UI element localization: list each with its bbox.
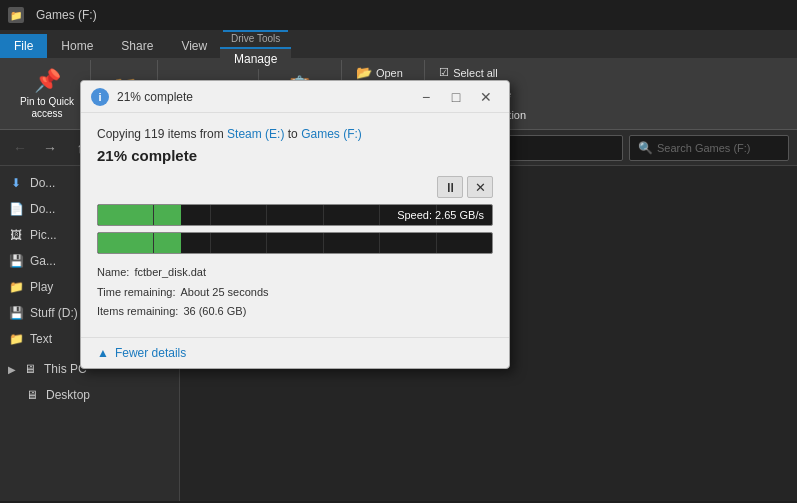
pin-group: 📌 Pin to Quick access [4, 60, 91, 127]
play-icon: 📁 [8, 279, 24, 295]
text-label: Text [30, 332, 52, 346]
dialog-close-button[interactable]: ✕ [473, 86, 499, 108]
desktop-label: Desktop [46, 388, 90, 402]
tab-home[interactable]: Home [47, 34, 107, 58]
tab-share[interactable]: Share [107, 34, 167, 58]
progress-dialog: i 21% complete − □ ✕ Copying 119 items f… [80, 80, 510, 369]
time-label: Time remaining: [97, 286, 175, 298]
progress-title: 21% complete [97, 147, 493, 164]
progress-bar-1-container: Speed: 2.65 GB/s [97, 204, 493, 226]
pictures-icon: 🖼 [8, 227, 24, 243]
dialog-status-line: Copying 119 items from Steam (E:) to Gam… [97, 127, 493, 141]
pause-bar: ⏸ ✕ [97, 176, 493, 198]
items-line: Items remaining: 36 (60.6 GB) [97, 303, 493, 321]
app-icon: 📁 [8, 7, 24, 23]
dest-link: Games (F:) [301, 127, 362, 141]
items-label: Items remaining: [97, 305, 178, 317]
dialog-title-icon: i [91, 88, 109, 106]
desktop-icon: 🖥 [24, 387, 40, 403]
to-label: to [288, 127, 298, 141]
name-label: Name: [97, 266, 129, 278]
downloads-icon: ⬇ [8, 175, 24, 191]
name-value: fctber_disk.dat [134, 266, 206, 278]
back-button[interactable]: ← [8, 136, 32, 160]
dialog-info: Name: fctber_disk.dat Time remaining: Ab… [97, 264, 493, 321]
context-tab-label: Drive Tools [223, 30, 288, 45]
dialog-controls: − □ ✕ [413, 86, 499, 108]
fewer-details-button[interactable]: ▲ Fewer details [81, 337, 509, 368]
text-folder-icon: 📁 [8, 331, 24, 347]
open-label: Open [376, 67, 403, 79]
games-drive-label: Ga... [30, 254, 56, 268]
documents-label: Do... [30, 202, 55, 216]
items-value: 36 (60.6 GB) [183, 305, 246, 317]
search-icon: 🔍 [638, 141, 653, 155]
speed-label: Speed: 2.65 GB/s [397, 209, 484, 221]
pause-button[interactable]: ⏸ [437, 176, 463, 198]
title-bar-icons: 📁 [8, 7, 24, 23]
dialog-title-bar: i 21% complete − □ ✕ [81, 81, 509, 113]
window-title: Games (F:) [36, 8, 97, 22]
pictures-label: Pic... [30, 228, 57, 242]
sidebar-item-desktop[interactable]: 🖥 Desktop [0, 382, 179, 408]
play-label: Play [30, 280, 53, 294]
downloads-label: Do... [30, 176, 55, 190]
forward-button[interactable]: → [38, 136, 62, 160]
from-link: Steam (E:) [227, 127, 288, 141]
time-value: About 25 seconds [181, 286, 269, 298]
dialog-maximize-button[interactable]: □ [443, 86, 469, 108]
name-line: Name: fctber_disk.dat [97, 264, 493, 282]
dialog-body: Copying 119 items from Steam (E:) to Gam… [81, 113, 509, 337]
search-placeholder: Search Games (F:) [657, 142, 751, 154]
stop-button[interactable]: ✕ [467, 176, 493, 198]
time-line: Time remaining: About 25 seconds [97, 284, 493, 302]
tab-view[interactable]: View [167, 34, 221, 58]
dialog-minimize-button[interactable]: − [413, 86, 439, 108]
search-bar[interactable]: 🔍 Search Games (F:) [629, 135, 789, 161]
tab-manage[interactable]: Manage [220, 47, 291, 69]
stuffd-label: Stuff (D:) [30, 306, 78, 320]
dialog-title-text: 21% complete [117, 90, 413, 104]
fewer-details-icon: ▲ [97, 346, 109, 360]
documents-icon: 📄 [8, 201, 24, 217]
thispc-icon: 🖥 [22, 361, 38, 377]
ribbon-tabs: File Home Share View Drive Tools Manage [0, 30, 797, 58]
games-drive-icon: 💾 [8, 253, 24, 269]
pin-label: Pin to Quick access [13, 96, 81, 120]
expand-icon: ▶ [8, 364, 16, 375]
stuffd-icon: 💾 [8, 305, 24, 321]
pin-button[interactable]: 📌 Pin to Quick access [12, 65, 82, 123]
copying-label: Copying 119 items from [97, 127, 224, 141]
progress-bar-2-container [97, 232, 493, 254]
title-bar: 📁 Games (F:) [0, 0, 797, 30]
tab-file[interactable]: File [0, 34, 47, 58]
fewer-details-label: Fewer details [115, 346, 186, 360]
select-all-label: Select all [453, 67, 498, 79]
